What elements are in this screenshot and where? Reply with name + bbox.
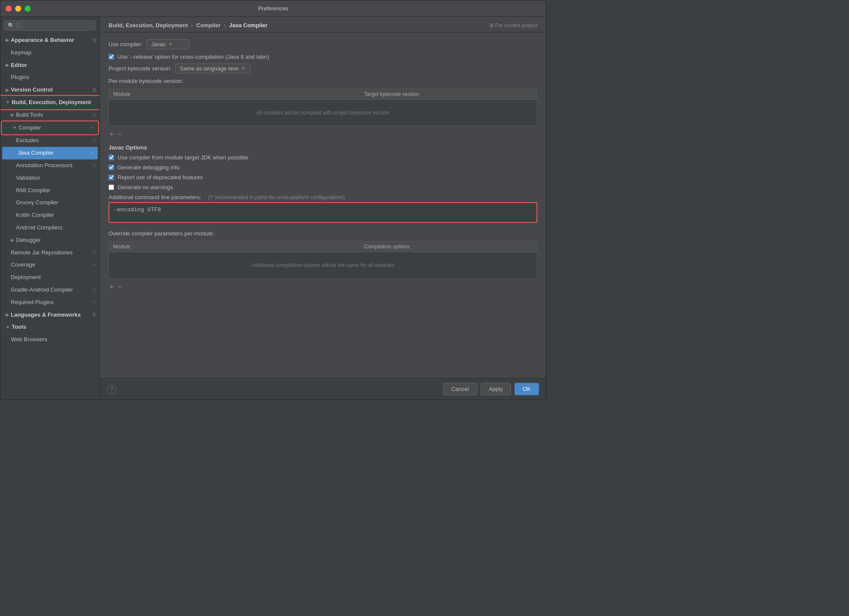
breadcrumb-sep1: ›: [191, 22, 195, 29]
sidebar-item-keymap[interactable]: Keymap: [0, 47, 99, 59]
sidebar-item-build-tools[interactable]: ▶ Build Tools ⎘: [0, 109, 99, 121]
copy-icon: ⎘: [93, 286, 96, 294]
sidebar-item-plugins[interactable]: Plugins: [0, 71, 99, 84]
sidebar-item-label: Debugger: [16, 236, 41, 245]
sidebar-item-tools[interactable]: ▼ Tools: [0, 321, 99, 333]
sidebar-item-label: Java Compiler: [18, 149, 54, 158]
sidebar-item-groovy-compiler[interactable]: Groovy Compiler: [0, 197, 99, 209]
sidebar-item-label: Build, Execution, Deployment: [12, 98, 91, 107]
sidebar-item-label: Tools: [12, 323, 26, 332]
sidebar-item-label: Validation: [16, 174, 40, 183]
sidebar: 🔍 ▶ Appearance & Behavior ⎘ Keymap ▶ Edi…: [0, 17, 100, 400]
sidebar-item-build-execution[interactable]: ▼ Build, Execution, Deployment: [0, 96, 99, 109]
table1-add-button[interactable]: +: [109, 130, 115, 138]
additional-params-label: Additional command line parameters:: [109, 194, 201, 200]
cancel-button[interactable]: Cancel: [443, 383, 477, 395]
ok-button[interactable]: OK: [514, 383, 539, 395]
sidebar-item-label: RMI Compiler: [16, 186, 50, 195]
table2-remove-button[interactable]: −: [117, 283, 123, 291]
use-release-checkbox[interactable]: [109, 54, 114, 60]
sidebar-item-android-compilers[interactable]: Android Compilers: [0, 222, 99, 234]
sidebar-item-kotlin-compiler[interactable]: Kotlin Compiler: [0, 209, 99, 222]
search-box[interactable]: 🔍: [4, 20, 96, 31]
sidebar-item-web-browsers[interactable]: Web Browsers: [0, 333, 99, 346]
sidebar-item-required-plugins[interactable]: Required Plugins ⎘: [0, 296, 99, 309]
close-button[interactable]: [6, 6, 12, 12]
bytecode-label: Project bytecode version:: [109, 65, 172, 72]
use-compiler-row: Use compiler: Javac ▼: [109, 39, 537, 49]
sidebar-item-label: Version Control: [11, 86, 53, 95]
sidebar-item-coverage[interactable]: Coverage ⎘: [0, 259, 99, 271]
content-body: Use compiler: Javac ▼ Use '--release' op…: [100, 32, 546, 378]
sidebar-item-label: Build Tools: [16, 111, 43, 120]
sidebar-item-label: Gradle-Android Compiler: [11, 286, 73, 295]
sidebar-item-editor[interactable]: ▶ Editor: [0, 59, 99, 72]
sidebar-item-java-compiler[interactable]: Java Compiler ⎘: [2, 147, 98, 159]
chevron-down-icon: ▼: [6, 324, 10, 331]
sidebar-item-languages[interactable]: ▶ Languages & Frameworks ⎘: [0, 309, 99, 321]
action-buttons: Cancel Apply OK: [443, 383, 539, 395]
opt4-checkbox[interactable]: [109, 184, 114, 190]
apply-button[interactable]: Apply: [481, 383, 511, 395]
opt4-label: Generate no warnings: [118, 184, 173, 191]
opt3-checkbox[interactable]: [109, 175, 114, 180]
opt3-row: Report use of deprecated features: [109, 174, 537, 181]
search-input[interactable]: [16, 22, 92, 29]
use-release-row: Use '--release' option for cross-compila…: [109, 54, 537, 60]
sidebar-item-compiler[interactable]: ▼ Compiler ⎘: [2, 122, 98, 134]
sidebar-item-deployment[interactable]: Deployment: [0, 271, 99, 284]
copy-icon: ⎘: [91, 124, 94, 132]
chevron-right-icon: ▶: [6, 37, 9, 44]
window-title: Preferences: [258, 5, 288, 12]
copy-icon: ⎘: [93, 37, 96, 44]
sidebar-item-debugger[interactable]: ▶ Debugger: [0, 234, 99, 247]
copy-icon: ⎘: [93, 137, 96, 145]
chevron-right-icon: ▶: [11, 111, 14, 118]
table1-actions: + −: [109, 130, 537, 138]
opt1-row: Use compiler from module target JDK when…: [109, 154, 537, 161]
chevron-right-icon: ▶: [6, 87, 9, 94]
help-button[interactable]: ?: [107, 384, 116, 394]
sidebar-item-version-control[interactable]: ▶ Version Control ⎘: [0, 84, 99, 96]
table2-header: Module Compilation options: [109, 241, 537, 252]
opt2-row: Generate debugging info: [109, 164, 537, 171]
sidebar-item-label: Languages & Frameworks: [11, 311, 81, 320]
per-module-label: Per-module bytecode version:: [109, 78, 183, 84]
table1-remove-button[interactable]: −: [117, 130, 123, 138]
table2-actions: + −: [109, 283, 537, 291]
bottom-bar: ? Cancel Apply OK: [100, 378, 546, 400]
breadcrumb-sep2: ›: [224, 22, 227, 29]
additional-params-input[interactable]: -encoding UTF8: [109, 202, 537, 223]
sidebar-item-remote-jar[interactable]: Remote Jar Repositories ⎘: [0, 247, 99, 259]
sidebar-item-label: Android Compilers: [16, 223, 62, 232]
opt2-checkbox[interactable]: [109, 165, 114, 170]
sidebar-item-validation[interactable]: Validation: [0, 172, 99, 184]
sidebar-item-annotation-processors[interactable]: Annotation Processors ⎘: [0, 159, 99, 172]
breadcrumb-part3: Java Compiler: [229, 22, 268, 29]
sidebar-item-label: Kotlin Compiler: [16, 211, 54, 220]
minimize-button[interactable]: [15, 6, 21, 12]
sidebar-item-gradle-android[interactable]: Gradle-Android Compiler ⎘: [0, 284, 99, 296]
module-bytecode-table: Module Target bytecode version All modul…: [109, 89, 537, 126]
chevron-down-icon: ▼: [168, 42, 172, 47]
use-compiler-dropdown[interactable]: Javac ▼: [146, 39, 189, 49]
sidebar-item-appearance[interactable]: ▶ Appearance & Behavior ⎘: [0, 34, 99, 47]
breadcrumb-part1: Build, Execution, Deployment: [109, 22, 188, 29]
maximize-button[interactable]: [25, 6, 31, 12]
bytecode-dropdown[interactable]: Same as language leve ▼: [175, 64, 250, 73]
traffic-lights: [6, 6, 31, 12]
additional-params-label-row: Additional command line parameters: ('/'…: [109, 194, 537, 200]
opt1-checkbox[interactable]: [109, 155, 114, 160]
override-label: Override compiler parameters per-module:: [109, 230, 214, 237]
table1-col-module: Module: [109, 89, 360, 99]
sidebar-item-rmi-compiler[interactable]: RMI Compiler: [0, 184, 99, 197]
copy-icon: ⎘: [91, 149, 94, 157]
table2-empty-text: Additional compilation options will be t…: [252, 262, 394, 268]
sidebar-item-label: Appearance & Behavior: [11, 36, 74, 45]
table2-add-button[interactable]: +: [109, 283, 115, 291]
content-header: Build, Execution, Deployment › Compiler …: [100, 17, 546, 32]
additional-params-hint: ('/' recommended in paths for cross-plat…: [208, 194, 345, 200]
sidebar-item-excludes[interactable]: Excludes ⎘: [0, 134, 99, 147]
opt2-label: Generate debugging info: [118, 164, 179, 171]
content-panel: Build, Execution, Deployment › Compiler …: [100, 17, 546, 400]
